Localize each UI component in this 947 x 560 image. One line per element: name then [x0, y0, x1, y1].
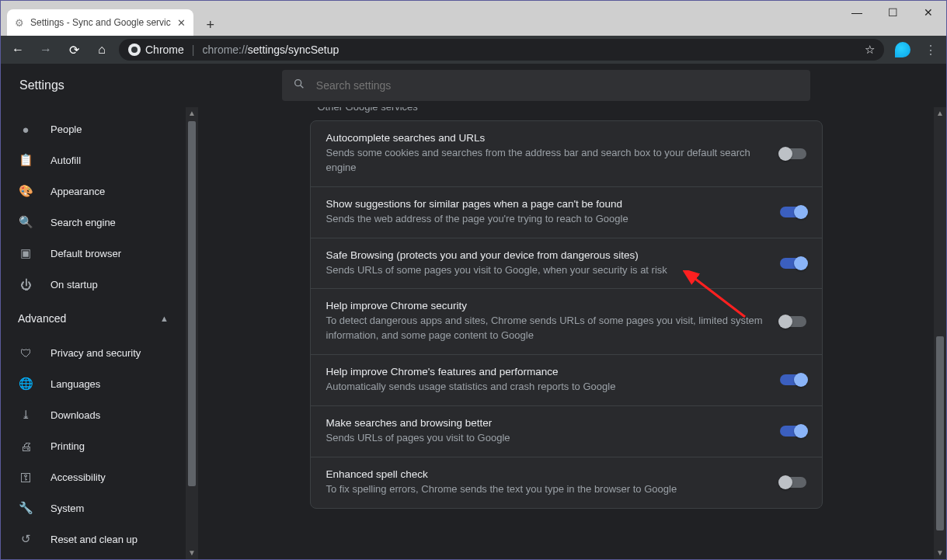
row-title: Make searches and browsing better — [326, 417, 764, 429]
row-description: Sends URLs of pages you visit to Google — [326, 431, 764, 446]
maximize-button[interactable]: ☐ — [875, 1, 910, 24]
toggle-switch[interactable] — [780, 258, 806, 269]
sidebar-item-label: Languages — [50, 378, 169, 390]
svg-line-2 — [300, 85, 303, 89]
toggle-knob — [778, 475, 792, 489]
settings-row: Autocomplete searches and URLsSends some… — [311, 121, 822, 187]
site-identity: Chrome — [128, 43, 184, 56]
sidebar-item-label: Printing — [50, 440, 169, 452]
settings-row: Show suggestions for similar pages when … — [311, 187, 822, 238]
minimize-button[interactable]: — — [839, 1, 875, 24]
sidebar-item-languages[interactable]: 🌐Languages — [1, 368, 186, 399]
settings-card: Autocomplete searches and URLsSends some… — [310, 120, 823, 509]
row-description: Automatically sends usage statistics and… — [326, 380, 764, 395]
sidebar-item-label: Autofill — [50, 155, 169, 166]
main-scrollbar[interactable]: ▲ ▼ — [934, 107, 946, 559]
toggle-knob — [794, 256, 808, 270]
row-description: Sends URLs of some pages you visit to Go… — [326, 263, 764, 278]
settings-page: Settings ●People📋Autofill🎨Appearance🔍Sea… — [1, 64, 946, 559]
scroll-thumb[interactable] — [936, 336, 944, 530]
search-icon: 🔍 — [18, 215, 33, 229]
toggle-knob — [778, 315, 792, 329]
toggle-switch[interactable] — [780, 316, 806, 327]
scroll-down-icon[interactable]: ▼ — [934, 547, 946, 559]
back-button[interactable]: ← — [7, 39, 29, 61]
settings-row: Safe Browsing (protects you and your dev… — [311, 238, 822, 290]
settings-search[interactable] — [282, 70, 810, 101]
default-browser-icon: ▣ — [18, 246, 33, 260]
system-icon: 🔧 — [18, 501, 33, 515]
toggle-switch[interactable] — [780, 148, 806, 159]
sidebar-item-system[interactable]: 🔧System — [1, 492, 186, 523]
search-icon — [293, 78, 305, 93]
sidebar-item-label: Appearance — [50, 186, 169, 197]
toggle-knob — [794, 205, 808, 219]
languages-icon: 🌐 — [18, 377, 33, 391]
tab-strip: ⚙ Settings - Sync and Google servic ✕ + — [1, 1, 221, 36]
toggle-switch[interactable] — [780, 374, 806, 385]
tab-title: Settings - Sync and Google servic — [30, 17, 171, 28]
omnibox-separator: | — [192, 43, 195, 56]
sidebar-item-label: People — [50, 123, 169, 135]
settings-row: Make searches and browsing betterSends U… — [311, 406, 822, 457]
row-text: Enhanced spell checkTo fix spelling erro… — [326, 468, 764, 497]
accessibility-icon: ⚿ — [18, 471, 33, 484]
toggle-switch[interactable] — [780, 477, 806, 488]
extension-icon[interactable] — [895, 42, 910, 57]
sidebar-item-accessibility[interactable]: ⚿Accessibility — [1, 461, 186, 492]
reset-icon: ↺ — [18, 532, 33, 546]
sidebar-item-default-browser[interactable]: ▣Default browser — [1, 238, 186, 269]
settings-sidebar: ●People📋Autofill🎨Appearance🔍Search engin… — [1, 107, 186, 559]
sidebar-item-printing[interactable]: 🖨Printing — [1, 430, 186, 461]
toggle-switch[interactable] — [780, 207, 806, 217]
browser-menu-button[interactable]: ⋮ — [921, 43, 940, 57]
person-icon: ● — [18, 123, 33, 136]
home-button[interactable]: ⌂ — [91, 39, 113, 61]
sidebar-section-advanced[interactable]: Advanced▲ — [1, 300, 186, 337]
row-text: Help improve Chrome's features and perfo… — [326, 366, 764, 395]
address-bar[interactable]: Chrome | chrome://settings/syncSetup ☆ — [119, 39, 884, 61]
forward-button[interactable]: → — [35, 39, 57, 61]
sidebar-item-appearance[interactable]: 🎨Appearance — [1, 176, 186, 207]
autofill-icon: 📋 — [18, 153, 33, 167]
reload-button[interactable]: ⟳ — [63, 39, 85, 61]
settings-row: Help improve Chrome securityTo detect da… — [311, 289, 822, 355]
chevron-up-icon: ▲ — [160, 314, 169, 323]
sidebar-item-label: Privacy and security — [50, 347, 169, 359]
row-description: Sends the web address of the page you're… — [326, 212, 764, 227]
sidebar-item-search[interactable]: 🔍Search engine — [1, 207, 186, 238]
row-text: Make searches and browsing betterSends U… — [326, 417, 764, 446]
chrome-logo-icon — [128, 43, 141, 56]
close-tab-icon[interactable]: ✕ — [177, 17, 186, 29]
sidebar-item-reset[interactable]: ↺Reset and clean up — [1, 523, 186, 555]
sidebar-item-autofill[interactable]: 📋Autofill — [1, 144, 186, 176]
browser-tab[interactable]: ⚙ Settings - Sync and Google servic ✕ — [7, 9, 193, 36]
settings-panel: Other Google services Autocomplete searc… — [310, 107, 823, 559]
row-text: Help improve Chrome securityTo detect da… — [326, 300, 764, 343]
new-tab-button[interactable]: + — [200, 14, 221, 36]
scroll-up-icon[interactable]: ▲ — [934, 107, 946, 120]
svg-point-0 — [131, 47, 138, 53]
settings-search-input[interactable] — [316, 79, 799, 92]
bookmark-star-icon[interactable]: ☆ — [865, 43, 875, 57]
sidebar-item-label: Default browser — [50, 248, 169, 259]
row-title: Show suggestions for similar pages when … — [326, 198, 764, 210]
window-controls: — ☐ ✕ — [839, 1, 946, 24]
toggle-switch[interactable] — [780, 426, 806, 437]
row-title: Autocomplete searches and URLs — [326, 132, 764, 144]
row-title: Help improve Chrome's features and perfo… — [326, 366, 764, 377]
settings-row: Enhanced spell checkTo fix spelling erro… — [311, 457, 822, 508]
downloads-icon: ⤓ — [18, 408, 33, 422]
settings-main: Other Google services Autocomplete searc… — [186, 107, 946, 559]
sidebar-item-downloads[interactable]: ⤓Downloads — [1, 399, 186, 430]
privacy-icon: 🛡 — [18, 346, 33, 360]
row-title: Safe Browsing (protects you and your dev… — [326, 249, 764, 261]
window-titlebar: ⚙ Settings - Sync and Google servic ✕ + … — [1, 1, 946, 36]
appearance-icon: 🎨 — [18, 184, 33, 198]
sidebar-item-privacy[interactable]: 🛡Privacy and security — [1, 337, 186, 368]
sidebar-item-person[interactable]: ●People — [1, 113, 186, 144]
close-window-button[interactable]: ✕ — [910, 1, 946, 24]
sidebar-item-startup[interactable]: ⏻On startup — [1, 269, 186, 300]
row-description: To detect dangerous apps and sites, Chro… — [326, 314, 764, 343]
svg-point-1 — [294, 80, 301, 86]
